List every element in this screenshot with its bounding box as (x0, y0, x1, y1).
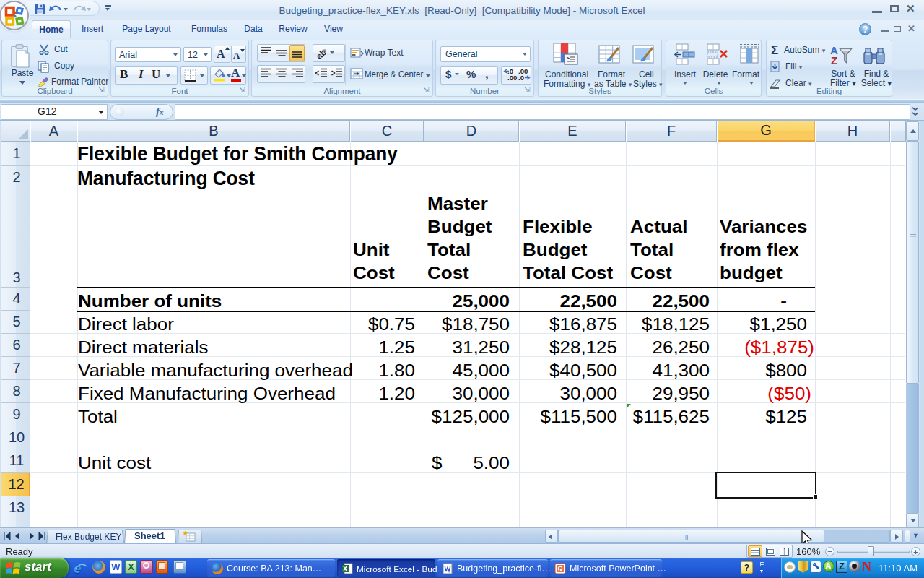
svg-text:Z: Z (831, 54, 837, 66)
